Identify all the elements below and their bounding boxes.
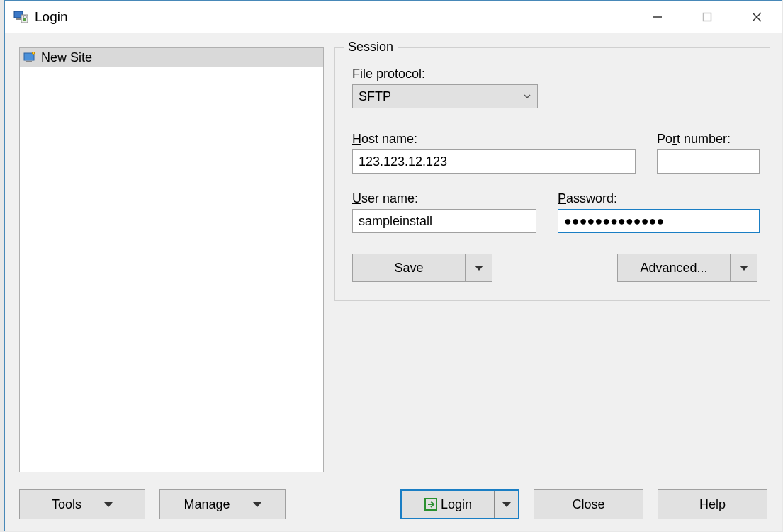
pass-input[interactable] — [558, 209, 760, 233]
user-label: User name: — [352, 191, 536, 206]
port-label: Port number: — [657, 132, 760, 147]
host-input[interactable] — [352, 149, 636, 174]
svg-rect-1 — [16, 18, 21, 20]
port-input-wrap: ▲ ▼ — [657, 149, 760, 174]
login-dropdown[interactable] — [494, 491, 518, 518]
bottom-left: Tools Manage — [19, 489, 286, 519]
titlebar: Login — [5, 1, 782, 33]
caret-down-icon — [104, 502, 113, 507]
user-input[interactable] — [352, 209, 536, 233]
protocol-select[interactable]: SFTP — [352, 84, 538, 108]
svg-rect-3 — [23, 18, 26, 21]
close-button[interactable] — [732, 1, 782, 33]
window-controls — [633, 1, 782, 33]
session-group: Session File protocol: SFTP Host name: P… — [334, 47, 770, 301]
svg-rect-5 — [704, 13, 711, 21]
minimize-button[interactable] — [633, 1, 682, 33]
user-block: User name: — [352, 191, 536, 233]
site-item-label: New Site — [41, 50, 92, 65]
app-icon — [13, 9, 29, 25]
port-input[interactable] — [658, 150, 783, 173]
help-button[interactable]: Help — [658, 489, 767, 519]
manage-button[interactable]: Manage — [159, 489, 286, 519]
host-label: Host name: — [352, 132, 636, 147]
chevron-down-icon — [523, 92, 531, 101]
new-site-icon — [23, 50, 37, 64]
client-area: New Site Session File protocol: SFTP Hos… — [5, 33, 782, 531]
advanced-button[interactable]: Advanced... — [617, 254, 731, 282]
login-button-group: Login — [400, 489, 519, 519]
pass-label: Password: — [558, 191, 760, 206]
save-button-group: Save — [352, 254, 492, 282]
bottom-bar: Tools Manage Login — [19, 489, 767, 519]
login-dialog: Login New Site — [4, 0, 782, 531]
session-group-label: Session — [344, 40, 398, 55]
protocol-value: SFTP — [359, 89, 391, 104]
caret-down-icon — [502, 502, 511, 507]
maximize-button[interactable] — [682, 1, 732, 33]
caret-down-icon — [475, 266, 483, 271]
caret-down-icon — [253, 502, 261, 507]
advanced-button-group: Advanced... — [617, 254, 757, 282]
close-dialog-button[interactable]: Close — [534, 489, 643, 519]
protocol-label: File protocol: — [352, 67, 538, 81]
svg-rect-9 — [26, 61, 32, 62]
login-icon — [424, 497, 438, 511]
login-button[interactable]: Login — [402, 491, 494, 518]
save-dropdown[interactable] — [466, 254, 492, 282]
site-item-new[interactable]: New Site — [20, 48, 323, 67]
sites-list[interactable]: New Site — [19, 47, 324, 472]
caret-down-icon — [740, 266, 748, 271]
advanced-dropdown[interactable] — [731, 254, 757, 282]
save-button[interactable]: Save — [352, 254, 466, 282]
tools-button[interactable]: Tools — [19, 489, 145, 519]
bottom-right: Login Close Help — [400, 489, 767, 519]
pass-block: Password: — [558, 191, 760, 233]
host-block: Host name: — [352, 132, 636, 174]
port-block: Port number: ▲ ▼ — [657, 132, 760, 174]
window-title: Login — [35, 9, 633, 25]
protocol-block: File protocol: SFTP — [352, 67, 538, 108]
